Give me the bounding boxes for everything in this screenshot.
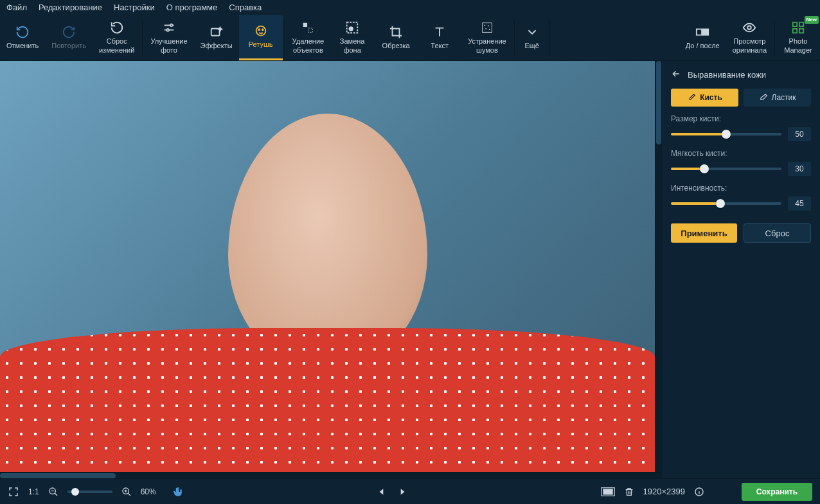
svg-point-11 [484,25,485,26]
svg-rect-15 [697,29,702,35]
svg-point-0 [170,24,173,27]
image-dimensions: 1920×2399 [643,487,685,496]
erase-object-icon [301,21,315,35]
retouch-button[interactable]: Ретушь [239,15,283,60]
eraser-toggle[interactable]: Ластик [744,89,811,107]
next-image-button[interactable] [398,487,407,496]
svg-point-17 [748,26,752,30]
brush-toggle[interactable]: Кисть [671,89,738,107]
vertical-scrollbar[interactable] [655,61,661,472]
svg-point-14 [489,29,490,30]
sliders-icon [162,21,176,35]
hand-tool-button[interactable] [172,486,183,498]
svg-point-4 [258,30,260,31]
back-button[interactable] [671,69,681,81]
horizontal-scrollbar[interactable] [0,472,661,478]
chevron-down-icon [525,25,539,39]
svg-rect-16 [703,29,708,35]
expand-icon [8,486,19,498]
text-icon [432,25,447,39]
save-button[interactable]: Сохранить [742,483,812,501]
prev-image-button[interactable] [377,487,386,496]
face-icon [254,24,268,38]
zoom-out-icon [48,487,58,497]
triangle-left-icon [377,487,386,496]
compare-icon [695,25,709,39]
menu-help[interactable]: Справка [229,3,262,12]
actual-size-button[interactable]: 1:1 [28,487,39,496]
retouch-panel: Выравнивание кожи Кисть Ластик Размер ки… [661,61,820,478]
eye-icon [742,21,756,35]
image-canvas[interactable] [0,61,655,472]
svg-rect-18 [793,22,797,26]
svg-rect-25 [603,489,612,494]
undo-icon [15,25,30,39]
brush-size-slider[interactable] [671,133,781,135]
svg-rect-6 [303,23,307,27]
replace-bg-button[interactable]: Замена фона [330,15,374,60]
redo-button[interactable]: Повторить [45,15,93,60]
menu-edit[interactable]: Редактирование [39,3,102,12]
brush-softness-slider[interactable] [671,168,781,170]
before-after-button[interactable]: До / после [679,15,726,60]
brush-icon [687,93,696,102]
intensity-label: Интенсивность: [671,184,811,193]
main-toolbar: Отменить Повторить Сброс изменений Улучш… [0,15,820,61]
svg-rect-10 [483,23,492,33]
svg-rect-7 [308,28,312,32]
eraser-icon [759,93,768,102]
menu-about[interactable]: О программе [166,3,218,12]
zoom-percentage: 60% [141,487,156,496]
menu-settings[interactable]: Настройки [114,3,155,12]
svg-point-12 [488,26,489,27]
zoom-slider[interactable] [67,491,112,493]
info-icon [694,487,704,497]
photo-manager-button[interactable]: New Photo Manager [776,15,820,60]
filmstrip-icon [601,487,615,497]
crop-icon [389,25,403,39]
intensity-slider[interactable] [671,202,781,205]
zoom-in-button[interactable] [121,487,132,497]
more-button[interactable]: Ещё [516,15,548,60]
view-original-button[interactable]: Просмотр оригинала [726,15,773,60]
effects-button[interactable]: Эффекты [194,15,239,60]
text-button[interactable]: Текст [418,15,461,60]
info-button[interactable] [694,487,704,497]
denoise-button[interactable]: Устранение шумов [461,15,513,60]
delete-button[interactable] [624,487,634,497]
svg-point-1 [166,29,169,31]
brush-size-label: Размер кисти: [671,114,811,123]
background-icon [345,21,359,35]
grid-icon [791,21,805,35]
reset-changes-button[interactable]: Сброс изменений [93,15,141,60]
svg-point-13 [485,28,486,30]
brush-softness-value: 30 [788,162,811,176]
new-badge: New [805,16,819,24]
zoom-out-button[interactable] [48,487,58,497]
hand-icon [172,486,183,498]
redo-icon [62,25,76,39]
triangle-right-icon [398,487,407,496]
apply-button[interactable]: Применить [671,223,737,243]
brush-size-value: 50 [788,127,811,141]
zoom-in-icon [121,487,132,497]
svg-rect-20 [793,29,797,33]
fullscreen-button[interactable] [8,486,19,498]
bottom-bar: 1:1 60% 1920×2399 [0,478,820,504]
canvas-area [0,61,661,478]
menu-file[interactable]: Файл [6,3,27,12]
remove-objects-button[interactable]: Удаление объектов [286,15,331,60]
filmstrip-button[interactable] [601,487,615,497]
sparkle-icon [209,25,224,39]
undo-button[interactable]: Отменить [0,15,45,60]
noise-icon [480,21,494,35]
svg-point-9 [350,27,353,31]
enhance-button[interactable]: Улучшение фото [144,15,193,60]
menu-bar: Файл Редактирование Настройки О программ… [0,0,820,15]
intensity-value: 45 [788,196,811,211]
svg-point-3 [256,26,265,36]
reset-button[interactable]: Сброс [744,223,811,243]
brush-softness-label: Мягкость кисти: [671,149,811,158]
crop-button[interactable]: Обрезка [374,15,418,60]
arrow-left-icon [671,69,681,79]
